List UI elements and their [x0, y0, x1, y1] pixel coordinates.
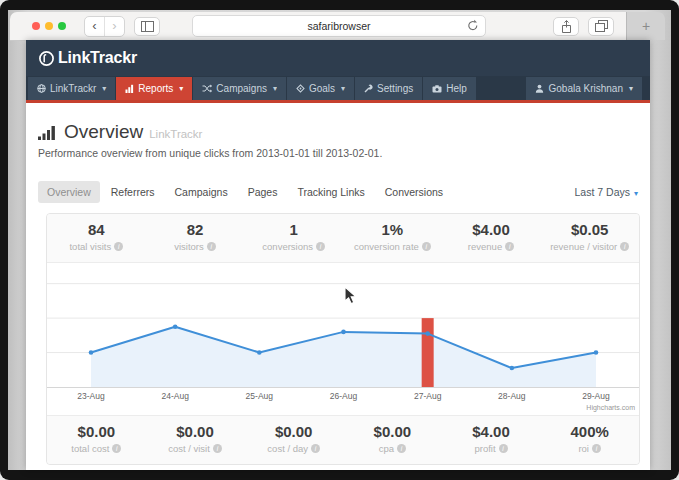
tab-campaigns[interactable]: Campaigns: [166, 181, 237, 203]
overview-bars-icon: [38, 124, 58, 140]
stat-cost-per-day: $0.00 cost / day: [244, 416, 343, 464]
back-button[interactable]: ‹: [85, 17, 104, 36]
info-icon[interactable]: [397, 444, 406, 453]
stat-profit: $4.00 profit: [442, 416, 541, 464]
tab-pages[interactable]: Pages: [239, 181, 287, 203]
sidebar-icon: [141, 21, 154, 32]
nav-item-reports[interactable]: Reports: [116, 77, 192, 100]
stat-label: revenue / visitor: [550, 241, 617, 252]
info-icon[interactable]: [207, 242, 216, 251]
nav-item-help[interactable]: Help: [423, 77, 476, 100]
tab-overview-button[interactable]: [588, 17, 614, 36]
x-axis-label: 24-Aug: [161, 391, 189, 401]
x-axis-label: 26-Aug: [330, 391, 358, 401]
plus-icon: +: [642, 18, 650, 34]
x-axis-label: 23-Aug: [77, 391, 105, 401]
sidebar-toggle-button[interactable]: [134, 17, 160, 36]
share-button[interactable]: [553, 17, 579, 36]
tab-tracking-links[interactable]: Tracking Links: [288, 181, 373, 203]
history-nav-buttons: ‹ ›: [84, 16, 125, 37]
nav-label: Goals: [309, 83, 335, 94]
diamond-icon: [296, 84, 305, 93]
forward-button[interactable]: ›: [104, 17, 124, 36]
overview-panel: 84 total visits 82 visitors 1 conversion…: [46, 213, 640, 465]
screenshot-frame: ‹ › safaribrowser: [0, 0, 679, 480]
address-bar[interactable]: safaribrowser: [192, 15, 486, 37]
bar-chart-icon: [125, 84, 134, 93]
wrench-icon: [364, 84, 373, 93]
stat-label: conversions: [262, 241, 313, 252]
new-tab-button[interactable]: +: [626, 12, 665, 40]
traffic-lights: [32, 22, 66, 30]
date-range-dropdown[interactable]: Last 7 Days: [575, 186, 638, 198]
stat-revenue: $4.00 revenue: [442, 214, 541, 262]
page-title-context: LinkTrackr: [149, 128, 202, 140]
zoom-window-button[interactable]: [58, 22, 66, 30]
info-icon[interactable]: [620, 242, 629, 251]
stat-label: cost / day: [267, 443, 308, 454]
stat-label: revenue: [468, 241, 502, 252]
stat-total-cost: $0.00 total cost: [47, 416, 146, 464]
user-menu[interactable]: Gobala Krishnan: [526, 77, 642, 100]
stat-value: $0.00: [47, 423, 146, 440]
nav-label: LinkTrackr: [50, 83, 96, 94]
nav-item-campaigns[interactable]: Campaigns: [193, 77, 286, 100]
stat-conversion-rate: 1% conversion rate: [343, 214, 442, 262]
nav-item-goals[interactable]: Goals: [287, 77, 354, 100]
stat-conversions: 1 conversions: [244, 214, 343, 262]
stat-revenue-per-visitor: $0.05 revenue / visitor: [540, 214, 639, 262]
tabs-icon: [595, 20, 608, 32]
page-subtitle: Performance overview from unique clicks …: [38, 147, 382, 159]
toolbar-right-tools: [544, 17, 614, 36]
nav-item-linktrackr[interactable]: LinkTrackr: [28, 77, 115, 100]
stat-label: cost / visit: [168, 443, 210, 454]
share-icon: [561, 20, 572, 33]
info-icon[interactable]: [505, 242, 514, 251]
page-title: Overview: [64, 122, 143, 141]
nav-label: Settings: [377, 83, 413, 94]
info-icon[interactable]: [592, 444, 601, 453]
main-navigation: LinkTrackr Reports Campaigns Goals Setti…: [26, 76, 650, 100]
stat-value: 82: [146, 221, 245, 238]
info-icon[interactable]: [316, 242, 325, 251]
stat-cost-per-visit: $0.00 cost / visit: [146, 416, 245, 464]
info-icon[interactable]: [499, 444, 508, 453]
stat-label: total cost: [71, 443, 109, 454]
nav-item-settings[interactable]: Settings: [355, 77, 422, 100]
stat-value: $0.00: [244, 423, 343, 440]
stat-label: total visits: [69, 241, 111, 252]
stat-label: roi: [578, 443, 589, 454]
stat-label: conversion rate: [354, 241, 419, 252]
nav-label: Campaigns: [216, 83, 267, 94]
tab-referrers[interactable]: Referrers: [102, 181, 164, 203]
stat-label: visitors: [174, 241, 204, 252]
info-icon[interactable]: [213, 444, 222, 453]
tab-conversions[interactable]: Conversions: [376, 181, 452, 203]
x-axis-label: 27-Aug: [414, 391, 442, 401]
stat-value: 84: [47, 221, 146, 238]
x-axis-label: 28-Aug: [498, 391, 526, 401]
stat-value: 1%: [343, 221, 442, 238]
stat-value: $0.05: [540, 221, 639, 238]
report-tabs: Overview Referrers Campaigns Pages Track…: [38, 180, 638, 204]
webpage-viewport: LinkTrackr LinkTrackr Reports Campaigns: [26, 40, 650, 470]
info-icon[interactable]: [112, 444, 121, 453]
info-icon[interactable]: [114, 242, 123, 251]
user-name: Gobala Krishnan: [548, 83, 623, 94]
info-icon[interactable]: [311, 444, 320, 453]
info-icon[interactable]: [422, 242, 431, 251]
clicks-chart[interactable]: 23-Aug24-Aug25-Aug26-Aug27-Aug28-Aug29-A…: [47, 263, 639, 415]
stat-visitors: 82 visitors: [146, 214, 245, 262]
linktrackr-logo-icon: [38, 50, 55, 67]
minimize-window-button[interactable]: [45, 22, 53, 30]
nav-label: Help: [446, 83, 467, 94]
close-window-button[interactable]: [32, 22, 40, 30]
linktrackr-logo[interactable]: LinkTrackr: [38, 49, 137, 67]
logo-text: LinkTrackr: [58, 49, 137, 67]
site-header: LinkTrackr: [26, 40, 650, 76]
shuffle-icon: [202, 84, 212, 93]
tab-overview[interactable]: Overview: [38, 181, 100, 203]
stats-row-bottom: $0.00 total cost $0.00 cost / visit $0.0…: [47, 415, 639, 464]
reload-icon[interactable]: [467, 19, 479, 32]
stat-value: 400%: [540, 423, 639, 440]
